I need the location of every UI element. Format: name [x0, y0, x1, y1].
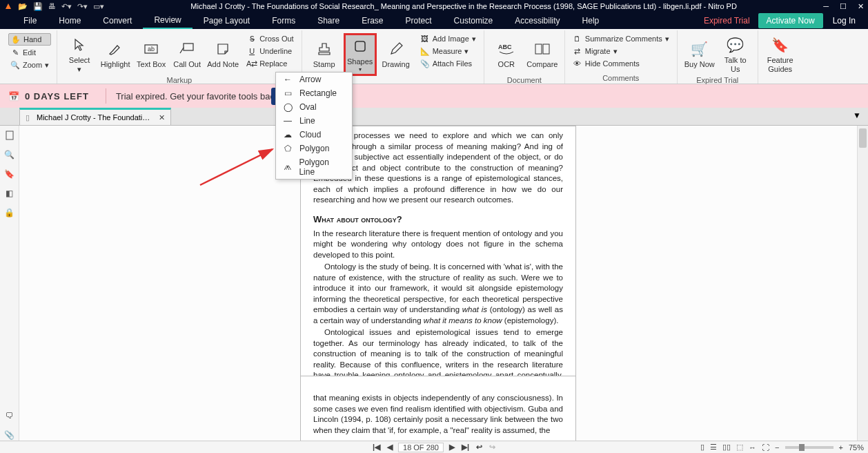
stamp-icon: [315, 39, 334, 59]
section-heading: What about ontology?: [313, 214, 563, 224]
crossout-button[interactable]: S̶Cross Out: [245, 33, 296, 44]
view-facing-continuous-icon[interactable]: ⬚: [736, 443, 743, 452]
comments-panel-icon[interactable]: 🗨: [4, 410, 15, 421]
menu-erase[interactable]: Erase: [351, 13, 394, 28]
fit-width-icon[interactable]: ↔: [749, 443, 756, 452]
pdf-icon: ▯: [26, 113, 30, 122]
addnote-button[interactable]: Add Note: [206, 33, 239, 76]
guide-icon: 🔖: [771, 35, 790, 55]
summarize-comments-button[interactable]: 🗒Summarize Comments ▾: [571, 33, 671, 44]
zoom-in-button[interactable]: +: [839, 443, 843, 452]
layers-panel-icon[interactable]: ◧: [4, 188, 15, 199]
next-view-button[interactable]: ↪: [488, 443, 497, 452]
menubar: File Home Convert Review Page Layout For…: [0, 12, 868, 29]
menu-review[interactable]: Review: [143, 12, 192, 29]
menu-home[interactable]: Home: [48, 13, 92, 28]
prev-page-button[interactable]: ◀: [386, 443, 394, 452]
shape-arrow[interactable]: ←Arrow: [276, 73, 352, 86]
fit-page-icon[interactable]: ⛶: [762, 443, 769, 452]
pages-panel-icon[interactable]: [4, 130, 15, 141]
textbox-button[interactable]: abText Box: [135, 33, 168, 76]
callout-icon: [177, 39, 197, 59]
menu-customize[interactable]: Customize: [443, 13, 504, 28]
menu-pagelayout[interactable]: Page Layout: [193, 13, 261, 28]
shape-cloud[interactable]: ☁Cloud: [276, 128, 352, 142]
vertical-scrollbar[interactable]: [857, 126, 868, 441]
underline-button[interactable]: UUnderline: [245, 46, 296, 57]
zoom-tool[interactable]: 🔍Zoom ▾: [8, 59, 51, 70]
search-panel-icon[interactable]: 🔍: [4, 149, 15, 160]
last-page-button[interactable]: ▶|: [460, 443, 471, 452]
highlight-button[interactable]: Highlight: [99, 33, 132, 76]
image-icon: 🖼: [420, 34, 430, 44]
buynow-button[interactable]: 🛒Buy Now: [683, 33, 716, 76]
open-icon[interactable]: 📂: [18, 2, 28, 11]
edit-tool[interactable]: ✎Edit: [8, 47, 51, 58]
shape-oval[interactable]: ◯Oval: [276, 100, 352, 114]
zoom-slider[interactable]: [785, 446, 834, 449]
migrate-button[interactable]: ⇄Migrate ▾: [571, 46, 671, 57]
activate-now-button[interactable]: Activate Now: [758, 13, 823, 28]
menu-help[interactable]: Help: [571, 13, 611, 28]
maximize-button[interactable]: ☐: [840, 2, 847, 11]
view-continuous-icon[interactable]: ☰: [710, 443, 717, 452]
next-page-button[interactable]: ▶: [448, 443, 456, 452]
days-left-label: 0 DAYS LEFT: [25, 91, 89, 102]
undo-icon[interactable]: ↶▾: [61, 2, 72, 11]
menu-file[interactable]: File: [12, 13, 48, 28]
compare-button[interactable]: Compare: [526, 33, 559, 76]
body-text: In the research literature there is freq…: [313, 229, 563, 261]
stamp-button[interactable]: Stamp: [308, 33, 341, 76]
polygon-icon: ⬠: [283, 144, 293, 153]
hide-comments-button[interactable]: 👁Hide Comments: [571, 58, 671, 69]
measure-button[interactable]: 📐Measure ▾: [418, 46, 478, 57]
first-page-button[interactable]: |◀: [371, 443, 382, 452]
menu-share[interactable]: Share: [306, 13, 351, 28]
underline-icon: U: [247, 46, 257, 56]
menu-forms[interactable]: Forms: [261, 13, 306, 28]
close-tab-icon[interactable]: ✕: [159, 113, 165, 122]
page-indicator[interactable]: 18 OF 280: [398, 443, 444, 452]
shape-polygonline[interactable]: ⩕Polygon Line: [276, 155, 352, 179]
menu-protect[interactable]: Protect: [395, 13, 443, 28]
pdf-page: that meaning exists in objects independe…: [300, 376, 576, 441]
zoom-out-button[interactable]: −: [775, 443, 779, 452]
select-button[interactable]: Select▾: [63, 33, 96, 76]
shape-rectangle[interactable]: ▭Rectangle: [276, 86, 352, 100]
shapes-dropdown-menu: ←Arrow ▭Rectangle ◯Oval —Line ☁Cloud ⬠Po…: [275, 72, 353, 180]
talktous-button[interactable]: 💬Talk to Us: [719, 33, 752, 76]
close-button[interactable]: ✕: [858, 2, 864, 11]
zoom-level[interactable]: 75%: [849, 443, 864, 452]
print-icon[interactable]: 🖶: [48, 2, 56, 10]
minimize-button[interactable]: ─: [823, 2, 829, 11]
banner-message: Trial expired. Get your favorite tools b…: [116, 91, 275, 102]
shape-polygon[interactable]: ⬠Polygon: [276, 142, 352, 155]
shapes-button[interactable]: Shapes▾: [344, 33, 377, 76]
shape-line[interactable]: —Line: [276, 114, 352, 128]
attachments-panel-icon[interactable]: 📎: [4, 430, 15, 441]
attachfiles-button[interactable]: 📎Attach Files: [418, 58, 478, 69]
qat-more-icon[interactable]: ▭▾: [93, 2, 104, 11]
ocr-button[interactable]: ABCOCR: [490, 33, 523, 76]
tabstrip-chevron-icon[interactable]: ▼: [853, 110, 861, 120]
replace-button[interactable]: A⇄Replace: [245, 58, 296, 69]
bookmarks-panel-icon[interactable]: 🔖: [4, 168, 15, 180]
scrollbar-thumb[interactable]: [859, 128, 867, 148]
drawing-button[interactable]: Drawing: [379, 33, 413, 76]
view-single-icon[interactable]: ▯: [700, 443, 704, 452]
addimage-button[interactable]: 🖼Add Image ▾: [418, 33, 478, 44]
prev-view-button[interactable]: ↩: [475, 443, 484, 452]
hand-tool[interactable]: ✋Hand: [8, 33, 51, 46]
redo-icon[interactable]: ↷▾: [77, 2, 88, 11]
security-panel-icon[interactable]: 🔒: [4, 207, 15, 218]
view-facing-icon[interactable]: ▯▯: [722, 443, 731, 452]
menu-accessibility[interactable]: Accessibility: [504, 13, 571, 28]
featureguides-button[interactable]: 🔖Feature Guides: [764, 33, 797, 76]
document-view[interactable]: gs whose processes we need to explore an…: [19, 126, 857, 441]
titlebar: 📂 💾 🖶 ↶▾ ↷▾ ▭▾ Michael J Crotty - The Fo…: [0, 0, 868, 12]
menu-convert[interactable]: Convert: [92, 13, 143, 28]
document-tab[interactable]: ▯ Michael J Crotty - The Foundation... ✕: [19, 108, 171, 125]
callout-button[interactable]: Call Out: [170, 33, 204, 76]
login-button[interactable]: Log In: [833, 16, 856, 26]
save-icon[interactable]: 💾: [33, 2, 43, 11]
